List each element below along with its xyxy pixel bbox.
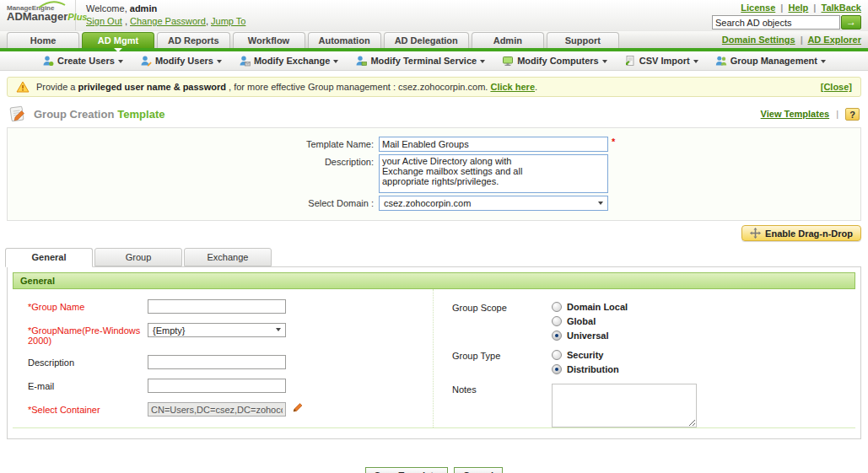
separator: | <box>780 3 783 13</box>
tab-ad-reports[interactable]: AD Reports <box>157 32 230 48</box>
page-title-row: Group CreationTemplate View Templates | … <box>8 105 860 122</box>
select-container-label: *Select Container <box>28 402 148 415</box>
license-link[interactable]: License <box>741 3 775 13</box>
radio-label: Global <box>567 316 596 326</box>
username: admin <box>130 3 157 13</box>
action-toolbar: Create Users Modify Users Modify Exchang… <box>0 51 868 71</box>
section-tabs: General Group Exchange <box>5 248 868 266</box>
tab-support[interactable]: Support <box>547 32 619 48</box>
create-users-icon <box>42 55 54 67</box>
chevron-down-icon <box>217 60 222 66</box>
main-nav-tabs: Home AD Mgmt AD Reports Workflow Automat… <box>0 30 868 48</box>
modify-users-menu[interactable]: Modify Users <box>140 55 222 67</box>
tab-general[interactable]: General <box>5 248 93 267</box>
radio-global[interactable]: Global <box>552 316 628 326</box>
modify-terminal-service-icon <box>355 55 367 67</box>
menu-label: Modify Exchange <box>254 56 330 66</box>
description-textarea[interactable]: your Active Directory along with Exchang… <box>379 154 608 193</box>
menu-label: Modify Computers <box>517 56 599 66</box>
page-title: Group CreationTemplate <box>34 108 164 121</box>
notes-textarea[interactable] <box>552 384 697 427</box>
pre-windows-label: *GroupName(Pre-Windows 2000) <box>28 323 148 346</box>
tab-admin[interactable]: Admin <box>472 32 544 48</box>
group-management-menu[interactable]: Group Management <box>715 55 826 67</box>
tab-ad-delegation[interactable]: AD Delegation <box>384 32 469 48</box>
select-domain-label: Select Domain : <box>8 196 379 208</box>
chevron-down-icon <box>333 60 338 66</box>
group-management-icon <box>715 55 727 67</box>
modify-computers-menu[interactable]: Modify Computers <box>502 55 607 67</box>
required-marker: * <box>612 137 615 147</box>
edit-pencil-icon[interactable] <box>291 402 304 414</box>
menu-label: Group Management <box>731 56 817 66</box>
separator: , <box>125 16 127 26</box>
modify-users-icon <box>140 55 152 67</box>
modify-exchange-menu[interactable]: Modify Exchange <box>239 55 338 67</box>
tab-exchange[interactable]: Exchange <box>184 248 272 266</box>
warning-icon <box>16 81 30 93</box>
search-input[interactable] <box>712 15 840 30</box>
template-name-input[interactable] <box>379 137 608 152</box>
tab-workflow[interactable]: Workflow <box>233 32 305 48</box>
radio-label: Distribution <box>567 364 619 374</box>
logo-swoosh-icon <box>37 0 67 8</box>
enable-drag-n-drop-button[interactable]: Enable Drag-n-Drop <box>741 225 861 241</box>
create-users-menu[interactable]: Create Users <box>42 55 123 67</box>
radio-universal[interactable]: Universal <box>552 331 628 341</box>
button-label: Enable Drag-n-Drop <box>765 228 853 239</box>
warning-banner: Provide a privileged user name & passwor… <box>7 77 861 97</box>
jump-to-link[interactable]: Jump To <box>211 16 245 26</box>
tab-automation[interactable]: Automation <box>308 32 381 48</box>
change-password-link[interactable]: Change Password <box>130 16 206 26</box>
talkback-link[interactable]: TalkBack <box>822 3 862 13</box>
menu-label: Modify Terminal Service <box>370 56 477 66</box>
select-domain-value: csez.zohocorpin.com <box>384 198 598 208</box>
header-right: License | Help | TalkBack → <box>712 0 868 30</box>
help-link[interactable]: Help <box>788 3 808 13</box>
tab-ad-mgmt[interactable]: AD Mgmt <box>82 32 154 48</box>
cancel-button[interactable]: Cancel <box>454 467 503 473</box>
group-name-input[interactable] <box>148 299 286 314</box>
select-domain-dropdown[interactable]: csez.zohocorpin.com <box>379 196 608 211</box>
radio-label: Security <box>567 350 603 360</box>
template-form: Template Name: * Description: your Activ… <box>7 127 861 221</box>
email-input[interactable] <box>148 379 286 393</box>
tab-home[interactable]: Home <box>7 32 79 48</box>
move-icon <box>750 228 761 239</box>
chevron-down-icon <box>821 60 826 66</box>
chevron-down-icon <box>602 60 607 66</box>
radio-icon <box>552 316 562 326</box>
admanager-page: ManageEngine ADManagerPlus Welcome, admi… <box>0 0 868 473</box>
welcome-label: Welcome, <box>86 3 127 13</box>
ad-explorer-link[interactable]: AD Explorer <box>807 35 861 45</box>
modify-exchange-icon <box>239 55 251 67</box>
csv-import-menu[interactable]: CSV Import <box>624 55 698 67</box>
save-template-button[interactable]: Save Template <box>365 467 448 473</box>
radio-selected-icon <box>552 364 562 374</box>
sign-out-link[interactable]: Sign Out <box>86 16 122 26</box>
menu-label: Create Users <box>57 56 115 66</box>
view-templates-link[interactable]: View Templates <box>761 109 830 119</box>
banner-close-link[interactable]: [Close] <box>821 82 852 92</box>
template-name-label: Template Name: <box>8 137 379 149</box>
tab-group[interactable]: Group <box>94 248 182 266</box>
search-go-button[interactable]: → <box>841 15 861 30</box>
help-button[interactable]: ? <box>845 108 860 121</box>
separator: , <box>206 16 208 26</box>
pre-windows-dropdown[interactable]: {Empty} <box>148 323 286 337</box>
chevron-down-icon <box>598 202 603 207</box>
radio-distribution[interactable]: Distribution <box>552 364 619 374</box>
chevron-down-icon <box>693 60 698 66</box>
description-input[interactable] <box>148 355 286 369</box>
general-section: General *Group Name *GroupName(Pre-Windo… <box>7 266 861 439</box>
radio-domain-local[interactable]: Domain Local <box>552 302 628 312</box>
click-here-link[interactable]: Click here <box>490 82 535 92</box>
pre-windows-value: {Empty} <box>153 325 276 336</box>
radio-security[interactable]: Security <box>552 350 619 360</box>
menu-label: CSV Import <box>639 56 690 66</box>
domain-settings-link[interactable]: Domain Settings <box>722 35 795 45</box>
select-container-input[interactable] <box>148 402 286 417</box>
general-section-header: General <box>13 272 855 289</box>
radio-selected-icon <box>552 331 562 341</box>
modify-terminal-service-menu[interactable]: Modify Terminal Service <box>355 55 485 67</box>
